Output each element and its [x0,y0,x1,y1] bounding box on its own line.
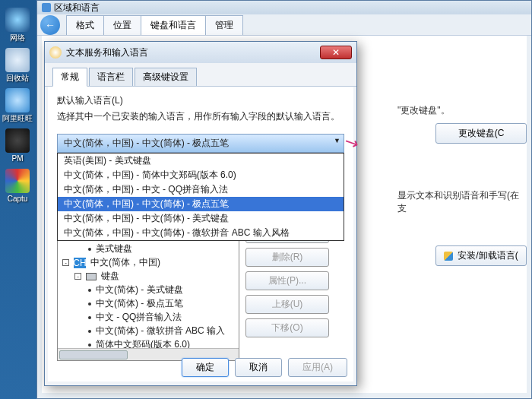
window-icon [42,3,51,12]
collapse-icon[interactable]: - [62,259,69,266]
default-lang-desc: 选择其中一个已安装的输入语言，用作所有输入字段的默认输入语言。 [57,110,344,123]
dropdown-selected[interactable]: 中文(简体，中国) - 中文(简体) - 极点五笔 [57,134,344,153]
delete-button[interactable]: 删除(R) [245,248,329,267]
desktop-icon-camera[interactable]: PM [2,128,33,163]
desktop-icon-column: 网络 回收站 阿里旺旺 PM Captu [2,8,33,209]
collapse-icon[interactable]: - [74,273,81,280]
parent-nav: ← 格式 位置 键盘和语言 管理 [37,14,531,36]
language-tree[interactable]: -键盘 美式键盘 -CH中文(简体，中国) -键盘 中文(简体) - 美式键盘 … [57,224,239,361]
tree-cn-keyboard[interactable]: -键盘 [74,270,234,283]
tab-language-bar[interactable]: 语言栏 [89,68,133,86]
child-tabs: 常规 语言栏 高级键设置 [45,63,356,87]
watermark: 系统之家 [473,382,526,394]
keyboard-icon [86,273,97,280]
ch-badge-icon: CH [74,258,86,268]
dropdown-option[interactable]: 中文(简体，中国) - 中文(简体) - 微软拼音 ABC 输入风格 [58,226,344,240]
tree-buttons: 添加(D)... 删除(R) 属性(P)... 上移(U) 下移(O) [245,224,329,361]
globe-icon [49,46,62,59]
child-title: 文本服务和输入语言 [66,46,148,59]
desktop-icon-network[interactable]: 网络 [2,8,33,42]
install-language-button[interactable]: 安装/卸载语言( [435,245,527,266]
scrollbar-thumb[interactable] [59,350,128,359]
house-icon [473,383,486,394]
close-icon: ✕ [332,47,340,58]
apply-button[interactable]: 应用(A) [288,358,347,377]
tab-keyboard-language[interactable]: 键盘和语言 [141,15,206,35]
tree-en-us-kb[interactable]: 美式键盘 [88,242,234,255]
move-down-button[interactable]: 下移(O) [245,318,329,337]
tab-advanced-keys[interactable]: 高级键设置 [135,68,197,86]
default-language-group: 默认输入语言(L) 选择其中一个已安装的输入语言，用作所有输入字段的默认输入语言… [57,94,344,153]
dropdown-option[interactable]: 中文(简体，中国) - 简体中文郑码(版本 6.0) [58,168,344,182]
desktop-icon-aliww[interactable]: 阿里旺旺 [2,88,33,122]
dropdown-option[interactable]: 中文(简体，中国) - 中文 - QQ拼音输入法 [58,182,344,197]
change-kb-hint: "更改键盘"。 [397,104,527,117]
tree-item[interactable]: 中文 - QQ拼音输入法 [88,311,234,324]
child-body: 默认输入语言(L) 选择其中一个已安装的输入语言，用作所有输入字段的默认输入语言… [48,87,353,382]
move-up-button[interactable]: 上移(U) [245,295,329,314]
desktop: 网络 回收站 阿里旺旺 PM Captu 区域和语言 ← 格式 位置 键盘和语言… [0,0,532,399]
display-lang-desc: 显示文本和识别语音和手写(在支 [397,189,527,215]
change-keyboard-button[interactable]: 更改键盘(C [435,123,527,144]
properties-button[interactable]: 属性(P)... [245,271,329,290]
parent-right-panel: "更改键盘"。 更改键盘(C 显示文本和识别语音和手写(在支 安装/卸载语言( [397,36,527,266]
child-titlebar[interactable]: 文本服务和输入语言 ✕ [45,42,356,63]
dropdown-option[interactable]: 中文(简体，中国) - 中文(简体) - 美式键盘 [58,211,344,226]
tree-item[interactable]: 中文(简体) - 美式键盘 [88,283,234,296]
dropdown-option-selected[interactable]: 中文(简体，中国) - 中文(简体) - 极点五笔 [58,197,344,211]
tree-item[interactable]: 中文(简体) - 微软拼音 ABC 输入 [88,325,234,337]
dropdown-list: 英语(美国) - 美式键盘 中文(简体，中国) - 简体中文郑码(版本 6.0)… [57,153,344,241]
tree-item[interactable]: 中文(简体) - 极点五笔 [88,297,234,310]
tab-format[interactable]: 格式 [66,15,104,35]
dialog-buttons: 确定 取消 应用(A) [182,358,347,377]
back-button[interactable]: ← [40,15,60,35]
parent-title: 区域和语言 [54,2,100,14]
tree-cn-lang[interactable]: -CH中文(简体，中国) [62,256,234,269]
shield-icon [444,252,453,261]
desktop-icon-recycle[interactable]: 回收站 [2,48,33,82]
installed-services-group: -键盘 美式键盘 -CH中文(简体，中国) -键盘 中文(简体) - 美式键盘 … [57,224,344,361]
dropdown-option[interactable]: 英语(美国) - 美式键盘 [58,154,344,168]
parent-titlebar[interactable]: 区域和语言 [37,1,531,14]
default-language-dropdown[interactable]: ↘ 中文(简体，中国) - 中文(简体) - 极点五笔 英语(美国) - 美式键… [57,134,344,153]
default-lang-label: 默认输入语言(L) [57,94,344,107]
ok-button[interactable]: 确定 [182,358,229,377]
desktop-icon-capture[interactable]: Captu [2,169,33,203]
tab-location[interactable]: 位置 [103,15,141,35]
parent-tabs: 格式 位置 键盘和语言 管理 [66,15,242,35]
tab-admin[interactable]: 管理 [205,15,243,35]
cancel-button[interactable]: 取消 [235,358,282,377]
tab-general[interactable]: 常规 [52,68,87,87]
text-services-window: 文本服务和输入语言 ✕ 常规 语言栏 高级键设置 默认输入语言(L) 选择其中一… [44,41,357,386]
bullet-icon [88,248,91,251]
close-button[interactable]: ✕ [320,46,352,59]
